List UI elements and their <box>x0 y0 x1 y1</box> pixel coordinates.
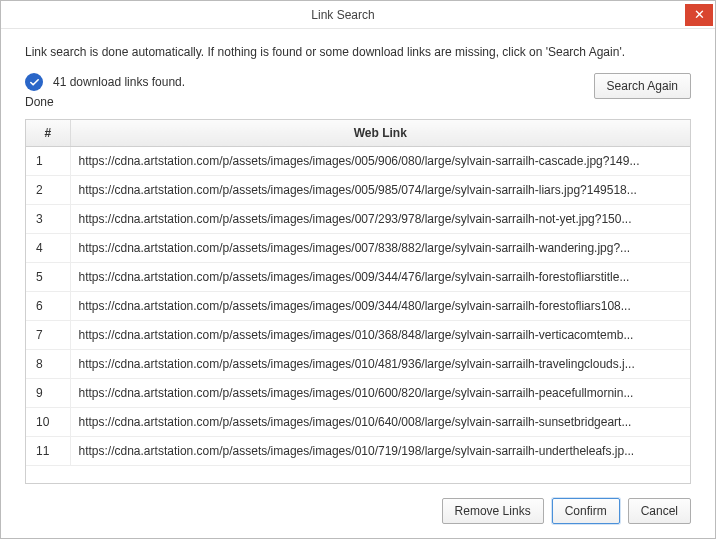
table-row[interactable]: 4https://cdna.artstation.com/p/assets/im… <box>26 234 690 263</box>
links-table-wrap: # Web Link 1https://cdna.artstation.com/… <box>25 119 691 484</box>
cancel-button[interactable]: Cancel <box>628 498 691 524</box>
table-header-row: # Web Link <box>26 120 690 147</box>
cell-link: https://cdna.artstation.com/p/assets/ima… <box>70 263 690 292</box>
status-left: 41 download links found. Done <box>25 73 185 109</box>
table-row[interactable]: 3https://cdna.artstation.com/p/assets/im… <box>26 205 690 234</box>
cell-num: 1 <box>26 147 70 176</box>
cell-num: 4 <box>26 234 70 263</box>
status-summary: 41 download links found. <box>53 75 185 89</box>
links-table-scroll[interactable]: # Web Link 1https://cdna.artstation.com/… <box>26 120 690 483</box>
dialog-content: Link search is done automatically. If no… <box>1 29 715 538</box>
table-row[interactable]: 8https://cdna.artstation.com/p/assets/im… <box>26 350 690 379</box>
search-again-button[interactable]: Search Again <box>594 73 691 99</box>
table-row[interactable]: 1https://cdna.artstation.com/p/assets/im… <box>26 147 690 176</box>
table-row[interactable]: 9https://cdna.artstation.com/p/assets/im… <box>26 379 690 408</box>
cell-num: 11 <box>26 437 70 466</box>
cell-link: https://cdna.artstation.com/p/assets/ima… <box>70 408 690 437</box>
check-icon <box>25 73 43 91</box>
cell-num: 7 <box>26 321 70 350</box>
cell-num: 6 <box>26 292 70 321</box>
table-row[interactable]: 11https://cdna.artstation.com/p/assets/i… <box>26 437 690 466</box>
cell-num: 10 <box>26 408 70 437</box>
cell-link: https://cdna.artstation.com/p/assets/ima… <box>70 205 690 234</box>
description-text: Link search is done automatically. If no… <box>25 45 691 59</box>
cell-link: https://cdna.artstation.com/p/assets/ima… <box>70 292 690 321</box>
links-table: # Web Link 1https://cdna.artstation.com/… <box>26 120 690 466</box>
cell-num: 9 <box>26 379 70 408</box>
cell-link: https://cdna.artstation.com/p/assets/ima… <box>70 379 690 408</box>
confirm-button[interactable]: Confirm <box>552 498 620 524</box>
cell-num: 3 <box>26 205 70 234</box>
col-header-num[interactable]: # <box>26 120 70 147</box>
cell-num: 2 <box>26 176 70 205</box>
titlebar: Link Search ✕ <box>1 1 715 29</box>
cell-num: 5 <box>26 263 70 292</box>
cell-link: https://cdna.artstation.com/p/assets/ima… <box>70 176 690 205</box>
status-row: 41 download links found. Done Search Aga… <box>25 73 691 109</box>
col-header-link[interactable]: Web Link <box>70 120 690 147</box>
cell-link: https://cdna.artstation.com/p/assets/ima… <box>70 147 690 176</box>
table-row[interactable]: 5https://cdna.artstation.com/p/assets/im… <box>26 263 690 292</box>
cell-link: https://cdna.artstation.com/p/assets/ima… <box>70 234 690 263</box>
cell-num: 8 <box>26 350 70 379</box>
dialog-footer: Remove Links Confirm Cancel <box>25 484 691 524</box>
close-button[interactable]: ✕ <box>685 4 713 26</box>
close-icon: ✕ <box>694 8 705 21</box>
link-search-dialog: Link Search ✕ Link search is done automa… <box>0 0 716 539</box>
remove-links-button[interactable]: Remove Links <box>442 498 544 524</box>
status-done: Done <box>25 95 185 109</box>
table-row[interactable]: 2https://cdna.artstation.com/p/assets/im… <box>26 176 690 205</box>
cell-link: https://cdna.artstation.com/p/assets/ima… <box>70 437 690 466</box>
table-row[interactable]: 6https://cdna.artstation.com/p/assets/im… <box>26 292 690 321</box>
table-row[interactable]: 7https://cdna.artstation.com/p/assets/im… <box>26 321 690 350</box>
window-title: Link Search <box>1 8 685 22</box>
table-row[interactable]: 10https://cdna.artstation.com/p/assets/i… <box>26 408 690 437</box>
cell-link: https://cdna.artstation.com/p/assets/ima… <box>70 350 690 379</box>
cell-link: https://cdna.artstation.com/p/assets/ima… <box>70 321 690 350</box>
